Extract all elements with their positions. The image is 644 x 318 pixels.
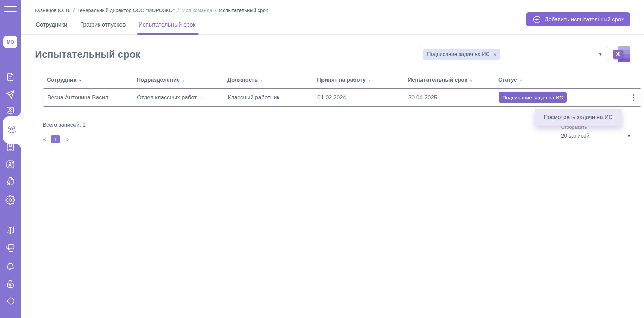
tab-vacation-schedule[interactable]: График отпусков <box>80 20 127 34</box>
sidebar-item-certificates[interactable] <box>5 176 15 186</box>
plus-circle-icon <box>533 15 541 24</box>
header-controls: Подписание задач на ИС × ▼ X <box>420 46 631 63</box>
add-probation-label: Добавить испытательный срок <box>545 16 624 23</box>
probation-table: Сотрудник▼ Подразделение▼ Должность▼ При… <box>43 71 641 107</box>
sidebar-item-security[interactable] <box>5 279 15 289</box>
excel-x-icon: X <box>613 50 623 59</box>
status-filter-select[interactable]: Подписание задач на ИС × ▼ <box>420 47 608 62</box>
sidebar: МО <box>0 0 21 318</box>
chevron-down-icon: ▼ <box>627 134 631 138</box>
column-header-department[interactable]: Подразделение▼ <box>137 77 227 83</box>
column-header-hired[interactable]: Принят на работу▼ <box>317 77 408 83</box>
gear-icon <box>5 195 15 205</box>
table-header-row: Сотрудник▼ Подразделение▼ Должность▼ При… <box>43 71 641 88</box>
cell-employee: Весна Антонина Васил… <box>47 94 137 101</box>
sort-icon: ▼ <box>182 78 185 82</box>
sort-icon: ▼ <box>78 78 82 82</box>
cell-hired-date: 01.02.2024 <box>317 94 408 101</box>
add-user-icon <box>5 159 15 169</box>
sidebar-item-logout[interactable] <box>5 296 15 306</box>
sidebar-item-add-user[interactable] <box>5 159 15 169</box>
tab-probation[interactable]: Испытательный срок <box>138 20 196 34</box>
excel-export-button[interactable]: X <box>613 46 631 63</box>
column-header-probation[interactable]: Испытательный срок▼ <box>408 77 498 83</box>
book-bookmark-icon <box>5 142 15 152</box>
avatar[interactable]: МО <box>3 36 17 48</box>
page-title: Испытательный срок <box>35 49 140 60</box>
current-page[interactable]: 1 <box>51 135 60 143</box>
document-icon <box>5 72 15 82</box>
sidebar-item-settings[interactable] <box>5 195 15 205</box>
page-header: Испытательный срок Подписание задач на И… <box>21 46 644 63</box>
cell-position: Классный работник <box>228 94 317 101</box>
column-header-status[interactable]: Статус▼ <box>498 77 627 83</box>
pagination: « 1 » <box>43 135 644 143</box>
filter-chip[interactable]: Подписание задач на ИС × <box>423 49 500 60</box>
sidebar-item-send[interactable] <box>5 89 15 100</box>
sidebar-item-community[interactable] <box>5 243 15 253</box>
main-content: Кузнецов Ю. В. / Генеральный директор ОО… <box>21 0 644 318</box>
sort-icon: ▼ <box>260 78 263 82</box>
table-row[interactable]: Весна Антонина Васил… Отдел классных раб… <box>43 88 641 107</box>
logout-icon <box>5 296 15 306</box>
lock-open-icon <box>5 279 15 289</box>
sort-icon: ▼ <box>469 78 473 82</box>
column-header-position[interactable]: Должность▼ <box>227 77 317 83</box>
app-root: МО <box>0 0 644 318</box>
breadcrumb-my-team[interactable]: Моя команда <box>181 7 212 13</box>
bell-icon <box>5 261 15 271</box>
menu-item-view-tasks[interactable]: Посмотреть задачи на ИС <box>535 109 622 126</box>
status-badge: Подписание задач на ИС <box>499 92 567 103</box>
sidebar-item-knowledge[interactable] <box>5 225 15 235</box>
menu-icon[interactable] <box>4 6 17 15</box>
row-actions-button[interactable] <box>626 92 641 103</box>
sidebar-item-documents[interactable] <box>5 72 15 82</box>
sort-icon: ▼ <box>519 78 523 82</box>
team-icon <box>6 125 17 135</box>
breadcrumb: Кузнецов Ю. В. / Генеральный директор ОО… <box>21 0 644 13</box>
sidebar-item-archive[interactable] <box>5 142 15 152</box>
tab-employees[interactable]: Сотрудники <box>35 20 68 34</box>
add-probation-button[interactable]: Добавить испытательный срок <box>526 12 630 26</box>
filter-chip-label: Подписание задач на ИС <box>427 51 490 57</box>
chip-close-icon[interactable]: × <box>493 52 496 57</box>
community-icon <box>5 243 15 253</box>
breadcrumb-role[interactable]: Генеральный директор ООО "МОРОЗКО" <box>77 7 175 13</box>
next-page-button[interactable]: » <box>65 136 68 143</box>
breadcrumb-user[interactable]: Кузнецов Ю. В. <box>35 7 70 13</box>
send-icon <box>5 89 15 100</box>
page-size-select[interactable]: Отображать 20 записей ▼ <box>561 125 631 143</box>
chevron-down-icon: ▼ <box>598 52 602 57</box>
page-size-value: 20 записей <box>561 133 589 139</box>
sort-icon: ▼ <box>368 78 371 82</box>
column-header-employee[interactable]: Сотрудник▼ <box>47 77 137 83</box>
certificate-icon <box>5 176 15 186</box>
row-context-menu: Посмотреть задачи на ИС <box>535 109 622 126</box>
cell-department: Отдел классных работ… <box>137 94 228 101</box>
open-book-icon <box>5 225 15 235</box>
sidebar-item-team[interactable] <box>3 116 21 144</box>
breadcrumb-current: Испытательный срок <box>219 7 268 13</box>
prev-page-button[interactable]: « <box>43 136 46 143</box>
cell-probation-end: 30.04.2025 <box>408 94 499 101</box>
sidebar-item-notifications[interactable] <box>5 261 15 271</box>
